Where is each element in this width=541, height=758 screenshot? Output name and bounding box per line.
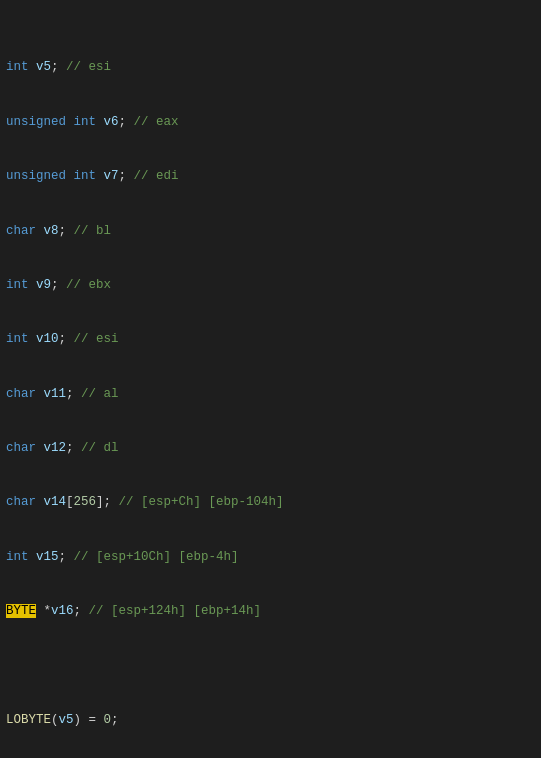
line-13: LOBYTE(v5) = 0;	[6, 711, 535, 729]
line-10: int v15; // [esp+10Ch] [ebp-4h]	[6, 548, 535, 566]
line-6: int v10; // esi	[6, 330, 535, 348]
code-viewer: int v5; // esi unsigned int v6; // eax u…	[0, 0, 541, 758]
byte-highlight: BYTE	[6, 604, 36, 618]
line-12	[6, 657, 535, 675]
line-7: char v11; // al	[6, 385, 535, 403]
line-4: char v8; // bl	[6, 222, 535, 240]
line-3: unsigned int v7; // edi	[6, 167, 535, 185]
line-9: char v14[256]; // [esp+Ch] [ebp-104h]	[6, 493, 535, 511]
line-8: char v12; // dl	[6, 439, 535, 457]
line-1: int v5; // esi	[6, 58, 535, 76]
line-5: int v9; // ebx	[6, 276, 535, 294]
line-2: unsigned int v6; // eax	[6, 113, 535, 131]
line-11: BYTE *v16; // [esp+124h] [ebp+14h]	[6, 602, 535, 620]
